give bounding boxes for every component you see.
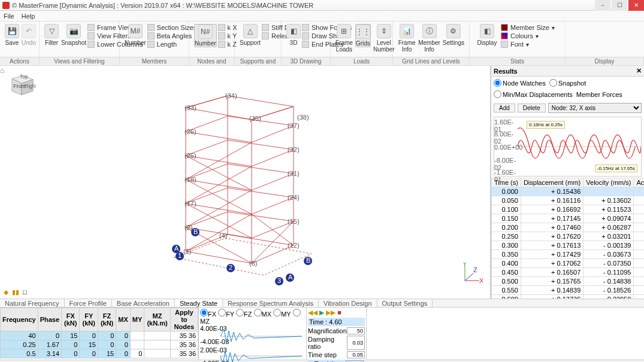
stop-icon[interactable]: ■ bbox=[337, 309, 341, 316]
svg-text:(37): (37) bbox=[288, 122, 300, 129]
3d-icon: ◧ bbox=[286, 24, 301, 38]
level-icon: ⇕ bbox=[377, 24, 391, 38]
app-title: © MasterFrame [Dynamic Analysis] : Versi… bbox=[12, 2, 313, 9]
prev-icon[interactable]: ◀◀ bbox=[308, 309, 318, 316]
svg-text:(8): (8) bbox=[249, 260, 257, 267]
frequency-table[interactable]: FrequencyPhaseFX (kN)FY (kN)FZ (kN)MXMYM… bbox=[0, 308, 199, 360]
radio-my[interactable]: MY bbox=[273, 311, 291, 318]
colours-item[interactable]: Colours ▾ bbox=[501, 32, 555, 39]
member-info-button[interactable]: ⓘMember Info bbox=[418, 24, 440, 53]
play-icon[interactable]: ▶ bbox=[319, 309, 324, 316]
next-icon[interactable]: ▶▶ bbox=[326, 309, 335, 316]
home-icon[interactable]: ⌂ bbox=[0, 66, 5, 75]
radio-minmax[interactable]: Min/Max Displacements bbox=[494, 90, 573, 98]
bottom-panel: FrequencyPhaseFX (kN)FY (kN)FZ (kN)MXMYM… bbox=[0, 307, 644, 360]
force-chart-1: 4.00E-03 -4.00E-03 bbox=[200, 326, 302, 346]
tab-force-profile[interactable]: Force Profile bbox=[65, 299, 112, 307]
ribbon-label: Nodes and Coordinates bbox=[189, 57, 235, 65]
tab-response-spectrum-analysis[interactable]: Response Spectrum Analysis bbox=[223, 299, 319, 307]
svg-text:(15): (15) bbox=[288, 218, 300, 225]
radio-snapshot[interactable]: Snapshot bbox=[549, 79, 586, 87]
tab-vibration-design[interactable]: Vibration Design bbox=[319, 299, 377, 307]
kz-item[interactable]: k Z bbox=[218, 41, 237, 48]
undo-button[interactable]: ↶Undo bbox=[22, 24, 36, 46]
level-number-button[interactable]: ⇕Level Number bbox=[373, 24, 395, 53]
node-number-button[interactable]: N#Number bbox=[194, 24, 217, 47]
radio-fx[interactable]: FX bbox=[200, 311, 216, 318]
svg-text:(1): (1) bbox=[183, 248, 191, 255]
display-button[interactable]: ◧Display bbox=[474, 24, 500, 46]
svg-text:Y: Y bbox=[462, 263, 467, 267]
timestep-input[interactable] bbox=[347, 351, 365, 358]
svg-text:(32): (32) bbox=[288, 146, 300, 153]
support-icon: △ bbox=[243, 24, 258, 38]
tab-base-acceleration[interactable]: Base Acceleration bbox=[112, 299, 175, 307]
svg-text:A: A bbox=[288, 273, 293, 281]
bottom-tabs: Natural FrequencyForce ProfileBase Accel… bbox=[0, 299, 644, 307]
viewfilters-icon bbox=[87, 32, 95, 39]
results-close-icon[interactable]: ✕ bbox=[636, 67, 642, 75]
svg-text:Top: Top bbox=[20, 74, 28, 80]
3d-viewport[interactable]: ⌂ Top Front Right bbox=[0, 66, 491, 299]
results-graph[interactable]: 1.60E-01 8.00E-02 0.00E+00 -8.00E-02 -1.… bbox=[494, 117, 642, 177]
radio-fy[interactable]: FY bbox=[218, 311, 234, 318]
force-chart-2: 2.00E-03 -4.00E-03 bbox=[200, 348, 302, 362]
member-number-button[interactable]: M#Number bbox=[125, 24, 146, 46]
ribbon-label: Display bbox=[566, 57, 644, 65]
bottom-charts: FX FY FZ MX MY MZ 4.00E-03 -4.00E-03 2.0… bbox=[199, 308, 307, 360]
menu-help[interactable]: Help bbox=[22, 13, 35, 20]
membersize-icon bbox=[501, 24, 508, 31]
member-size-item[interactable]: Member Size ▾ bbox=[501, 24, 555, 31]
radio-fz[interactable]: FZ bbox=[236, 311, 252, 318]
tab-output-settings[interactable]: Output Settings bbox=[377, 299, 433, 307]
viewport-toolbar: ◆ ▮▮ □ bbox=[4, 288, 27, 296]
vp-icon-2[interactable]: ▮▮ bbox=[12, 288, 19, 296]
radio-mx[interactable]: MX bbox=[254, 311, 272, 318]
ky-item[interactable]: k Y bbox=[218, 32, 237, 39]
font-item[interactable]: Font ▾ bbox=[501, 41, 555, 48]
tab-steady-state[interactable]: Steady State bbox=[175, 299, 223, 307]
svg-text:Right: Right bbox=[25, 83, 36, 89]
ky-icon bbox=[218, 32, 225, 39]
view-cube[interactable]: Top Front Right bbox=[7, 72, 36, 97]
add-button[interactable]: Add bbox=[494, 104, 515, 112]
menu-file[interactable]: File bbox=[4, 13, 14, 20]
node-select[interactable]: Node: 32, X axis bbox=[548, 103, 642, 113]
settings-button[interactable]: ⚙Settings bbox=[443, 24, 464, 46]
frame-info-button[interactable]: 📊Frame Info bbox=[398, 24, 416, 53]
maximize-button[interactable]: ☐ bbox=[612, 0, 627, 11]
graph-tip-min: -0.15Hz at 17.65s bbox=[595, 165, 637, 172]
save-button[interactable]: 💾Save bbox=[5, 24, 19, 46]
results-table[interactable]: Time (s)Displacement (mm)Velocity (mm/s)… bbox=[491, 178, 644, 299]
damping-input[interactable] bbox=[347, 336, 365, 350]
filter-button[interactable]: ▽Filter bbox=[44, 24, 59, 46]
graph-y-axis: 1.60E-01 8.00E-02 0.00E+00 -8.00E-02 -1.… bbox=[494, 117, 517, 176]
delete-button[interactable]: Delete bbox=[518, 104, 546, 112]
play-controls: ◀◀ ▶ ▶▶ ■ bbox=[308, 309, 365, 317]
magnification-input[interactable] bbox=[347, 327, 365, 334]
vp-icon-1[interactable]: ◆ bbox=[4, 288, 8, 296]
minimize-button[interactable]: － bbox=[595, 0, 610, 11]
svg-text:B: B bbox=[306, 257, 310, 264]
close-button[interactable]: ✕ bbox=[628, 0, 644, 11]
vp-icon-3[interactable]: □ bbox=[23, 288, 27, 296]
kx-item[interactable]: k X bbox=[218, 24, 237, 31]
save-icon: 💾 bbox=[5, 24, 19, 38]
3d-button[interactable]: ◧3D bbox=[286, 24, 301, 46]
radio-member-forces[interactable]: Member Forces bbox=[576, 91, 622, 98]
tower-model: 1 A 2 3 A B B (1)(4)(8) (12)(2)(15) (17)… bbox=[108, 78, 323, 293]
results-panel: Results ✕ Node Watches Snapshot Min/Max … bbox=[491, 66, 644, 299]
snapshot-button[interactable]: 📷Snapshot bbox=[61, 24, 86, 46]
animation-settings: ◀◀ ▶ ▶▶ ■ Time : 4.60 Magnification Damp… bbox=[307, 308, 367, 360]
app-icon bbox=[2, 2, 10, 9]
tab-natural-frequency[interactable]: Natural Frequency bbox=[0, 299, 65, 307]
ribbon-label: Grid Lines and Levels bbox=[393, 57, 470, 65]
support-button[interactable]: △Support bbox=[240, 24, 261, 46]
svg-text:2: 2 bbox=[229, 264, 232, 271]
svg-text:(18): (18) bbox=[185, 176, 196, 183]
frame-loads-button[interactable]: ⊞Frame Loads bbox=[335, 24, 353, 53]
radio-node-watches[interactable]: Node Watches bbox=[494, 79, 546, 87]
section-icon bbox=[147, 24, 155, 31]
ribbon-group-labels: ActionsViews and FilteringMembersNodes a… bbox=[0, 57, 644, 66]
grids-button[interactable]: ⋮⋮Grids bbox=[355, 24, 371, 47]
